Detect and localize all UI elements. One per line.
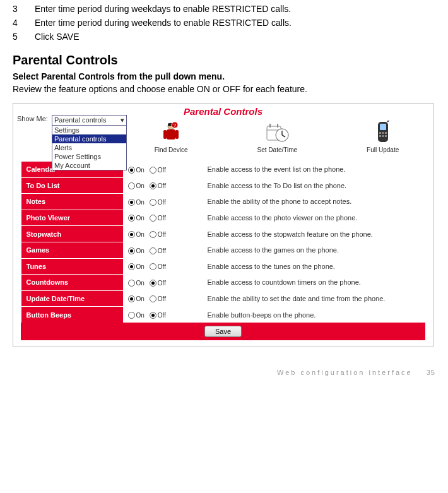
radio-off-label: Off	[158, 280, 166, 287]
feature-toggle[interactable]: OnOff	[123, 290, 203, 307]
section-heading: Parental Controls	[13, 53, 435, 68]
svg-rect-17	[382, 132, 384, 134]
radio-on[interactable]	[128, 263, 135, 270]
step-number: 4	[13, 18, 35, 28]
feature-name: To Do List	[21, 177, 123, 194]
feature-toggle[interactable]: OnOff	[123, 226, 203, 242]
step-text: Enter time period during weekends to ena…	[35, 18, 435, 28]
show-me-select[interactable]: Parental controls ▾ Settings Parental co…	[52, 115, 127, 170]
radio-on[interactable]	[128, 295, 135, 302]
feature-toggle[interactable]: OnOff	[123, 275, 203, 291]
select-option[interactable]: Settings	[52, 126, 126, 134]
set-date-time-action[interactable]: Set Date/Time	[257, 121, 298, 153]
feature-description: Enable the ability of the phone to accep…	[203, 194, 425, 210]
document-page: 3 Enter time period during weekdays to e…	[0, 0, 448, 389]
svg-rect-9	[269, 124, 271, 128]
radio-off[interactable]	[150, 263, 156, 270]
svg-rect-10	[277, 124, 278, 128]
radio-on[interactable]	[128, 247, 135, 254]
select-current[interactable]: Parental controls ▾	[52, 116, 126, 126]
footer-label: Web configuration interface	[277, 369, 413, 376]
feature-toggle[interactable]: OnOff	[123, 258, 203, 275]
section-instruction-bold: Select Parental Controls from the pull d…	[13, 71, 435, 81]
select-option[interactable]: Power Settings	[52, 152, 126, 161]
show-me-area: Show Me: Parental controls ▾ Settings Pa…	[17, 115, 127, 170]
feature-name: Tunes	[21, 258, 123, 275]
radio-off-label: Off	[158, 182, 166, 189]
radio-off-label: Off	[158, 231, 166, 238]
page-footer: Web configuration interface 35	[13, 369, 435, 376]
section-instruction: Review the feature options and choose en…	[13, 84, 435, 94]
radio-off[interactable]	[150, 295, 156, 302]
save-row: Save	[21, 323, 425, 340]
feature-toggle[interactable]: OnOff	[123, 162, 203, 178]
feature-toggle[interactable]: OnOff	[123, 307, 203, 323]
full-update-action[interactable]: Full Update	[367, 121, 399, 153]
feature-toggle[interactable]: OnOff	[123, 177, 203, 194]
svg-line-22	[387, 121, 390, 122]
feature-toggle[interactable]: OnOff	[123, 242, 203, 258]
radio-off[interactable]	[150, 182, 156, 189]
table-row: CountdownsOnOffEnable access to countdow…	[21, 275, 425, 291]
svg-rect-16	[379, 132, 381, 134]
table-row: TunesOnOffEnable access to the tunes on …	[21, 258, 425, 275]
radio-on[interactable]	[128, 199, 135, 206]
feature-name: Countdowns	[21, 275, 123, 291]
svg-rect-15	[380, 124, 386, 130]
feature-toggle[interactable]: OnOff	[123, 210, 203, 226]
radio-on[interactable]	[128, 215, 135, 222]
feature-name: Notes	[21, 194, 123, 210]
phone-icon	[370, 121, 396, 145]
person-icon: ?	[158, 121, 184, 145]
radio-on-label: On	[136, 263, 144, 270]
table-row: StopwatchOnOffEnable access to the stopw…	[21, 226, 425, 242]
svg-rect-18	[385, 132, 387, 134]
radio-on[interactable]	[128, 231, 135, 238]
radio-off[interactable]	[150, 199, 156, 206]
radio-on[interactable]	[128, 182, 135, 189]
feature-description: Enable access to the games on the phone.	[203, 242, 425, 258]
radio-off[interactable]	[150, 312, 156, 319]
radio-on[interactable]	[128, 312, 135, 319]
svg-rect-5	[163, 130, 167, 139]
find-device-action[interactable]: ? Find Device	[155, 121, 188, 153]
radio-on-label: On	[136, 280, 144, 287]
radio-on[interactable]	[128, 280, 135, 287]
radio-off[interactable]	[150, 167, 156, 174]
page-number: 35	[427, 369, 435, 376]
svg-rect-20	[382, 135, 384, 137]
features-table: CalendarOnOffEnable access to the event …	[21, 161, 425, 323]
radio-off-label: Off	[158, 167, 166, 174]
radio-off[interactable]	[150, 215, 156, 222]
radio-on[interactable]	[128, 167, 135, 174]
table-row: Photo ViewerOnOffEnable access to the ph…	[21, 210, 425, 226]
chevron-down-icon: ▾	[121, 116, 124, 124]
radio-off-label: Off	[158, 263, 166, 270]
feature-description: Enable access to the stopwatch feature o…	[203, 226, 425, 242]
radio-on-label: On	[136, 167, 144, 174]
radio-on-label: On	[136, 199, 144, 206]
select-option[interactable]: My Account	[52, 161, 126, 170]
select-option[interactable]: Parental controls	[52, 134, 126, 143]
radio-off[interactable]	[150, 280, 156, 287]
radio-on-label: On	[136, 312, 144, 319]
svg-rect-4	[167, 129, 175, 140]
step-row: 4 Enter time period during weekends to e…	[13, 18, 435, 28]
feature-description: Enable access to the photo viewer on the…	[203, 210, 425, 226]
feature-toggle[interactable]: OnOff	[123, 194, 203, 210]
step-row: 5 Click SAVE	[13, 32, 435, 42]
feature-name: Button Beeps	[21, 307, 123, 323]
feature-description: Enable access to countdown timers on the…	[203, 275, 425, 291]
radio-off[interactable]	[150, 231, 156, 238]
feature-description: Enable access to the event list on the p…	[203, 162, 425, 178]
feature-name: Update Date/Time	[21, 290, 123, 307]
show-me-label: Show Me:	[17, 115, 48, 122]
save-button[interactable]: Save	[204, 326, 242, 337]
step-number: 3	[13, 4, 35, 14]
select-option[interactable]: Alerts	[52, 143, 126, 152]
radio-off[interactable]	[150, 247, 156, 254]
feature-description: Enable access to the tunes on the phone.	[203, 258, 425, 275]
svg-rect-21	[385, 135, 387, 137]
icon-label: Find Device	[155, 146, 188, 153]
feature-description: Enable button-beeps on the phone.	[203, 307, 425, 323]
